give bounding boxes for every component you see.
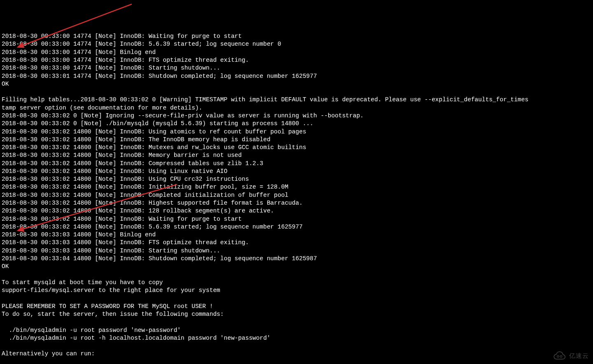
terminal-line: tamp server option (see documentation fo… bbox=[2, 104, 591, 112]
terminal-line: 2018-08-30 00:33:02 14800 [Note] InnoDB:… bbox=[2, 152, 591, 159]
terminal-line: Filling help tables...2018-08-30 00:33:0… bbox=[2, 96, 591, 104]
terminal-line: 2018-08-30 00:33:02 14800 [Note] InnoDB:… bbox=[2, 136, 591, 144]
terminal-line: 2018-08-30 00:33:02 14800 [Note] InnoDB:… bbox=[2, 199, 591, 207]
terminal-line: 2018-08-30 00:33:02 14800 [Note] InnoDB:… bbox=[2, 144, 591, 152]
watermark-text: 亿速云 bbox=[569, 352, 589, 360]
terminal-line: ./bin/mysqladmin -u root password 'new-p… bbox=[2, 327, 591, 334]
terminal-line: 2018-08-30 00:33:02 14800 [Note] InnoDB:… bbox=[2, 223, 591, 231]
terminal-line: 2018-08-30 00:33:02 14800 [Note] InnoDB:… bbox=[2, 175, 591, 183]
terminal-line: ./bin/mysqladmin -u root -h localhost.lo… bbox=[2, 334, 591, 342]
terminal-line bbox=[2, 88, 591, 96]
watermark: 亿速云 bbox=[552, 351, 589, 361]
terminal-line bbox=[2, 318, 591, 326]
terminal-output[interactable]: 2018-08-30 00:33:00 14774 [Note] InnoDB:… bbox=[2, 33, 591, 364]
terminal-line bbox=[2, 294, 591, 302]
terminal-line: 2018-08-30 00:33:00 14774 [Note] InnoDB:… bbox=[2, 33, 591, 40]
terminal-line: 2018-08-30 00:33:02 14800 [Note] InnoDB:… bbox=[2, 128, 591, 136]
terminal-line: 2018-08-30 00:33:02 14800 [Note] InnoDB:… bbox=[2, 215, 591, 223]
terminal-line: 2018-08-30 00:33:01 14774 [Note] InnoDB:… bbox=[2, 72, 591, 80]
terminal-line: To start mysqld at boot time you have to… bbox=[2, 279, 591, 287]
terminal-line: OK bbox=[2, 263, 591, 271]
terminal-line: Alternatively you can run: bbox=[2, 350, 591, 358]
terminal-line: 2018-08-30 00:33:00 14774 [Note] InnoDB:… bbox=[2, 40, 591, 48]
terminal-line: 2018-08-30 00:33:02 0 [Note] ./bin/mysql… bbox=[2, 120, 591, 128]
cloud-icon bbox=[552, 351, 567, 361]
svg-point-5 bbox=[560, 355, 562, 357]
terminal-line bbox=[2, 342, 591, 350]
terminal-line: To do so, start the server, then issue t… bbox=[2, 310, 591, 318]
terminal-line: OK bbox=[2, 80, 591, 88]
terminal-line: 2018-08-30 00:33:02 14800 [Note] InnoDB:… bbox=[2, 168, 591, 175]
terminal-line: 2018-08-30 00:33:02 14800 [Note] InnoDB:… bbox=[2, 183, 591, 191]
terminal-line: 2018-08-30 00:33:03 14800 [Note] InnoDB:… bbox=[2, 247, 591, 255]
terminal-line: 2018-08-30 00:33:03 14800 [Note] Binlog … bbox=[2, 231, 591, 239]
terminal-line: 2018-08-30 00:33:00 14774 [Note] Binlog … bbox=[2, 49, 591, 56]
terminal-line bbox=[2, 271, 591, 279]
svg-point-4 bbox=[557, 355, 559, 357]
terminal-line bbox=[2, 358, 591, 364]
terminal-line: 2018-08-30 00:33:04 14800 [Note] InnoDB:… bbox=[2, 255, 591, 263]
terminal-line: 2018-08-30 00:33:00 14774 [Note] InnoDB:… bbox=[2, 56, 591, 64]
terminal-line: 2018-08-30 00:33:02 14800 [Note] InnoDB:… bbox=[2, 207, 591, 215]
terminal-line: support-files/mysql.server to the right … bbox=[2, 287, 591, 294]
terminal-line: 2018-08-30 00:33:00 14774 [Note] InnoDB:… bbox=[2, 64, 591, 72]
terminal-line: PLEASE REMEMBER TO SET A PASSWORD FOR TH… bbox=[2, 303, 591, 310]
terminal-line: 2018-08-30 00:33:03 14800 [Note] InnoDB:… bbox=[2, 239, 591, 247]
terminal-line: 2018-08-30 00:33:02 0 [Note] Ignoring --… bbox=[2, 112, 591, 120]
terminal-line: 2018-08-30 00:33:02 14800 [Note] InnoDB:… bbox=[2, 160, 591, 168]
terminal-line: 2018-08-30 00:33:02 14800 [Note] InnoDB:… bbox=[2, 191, 591, 199]
